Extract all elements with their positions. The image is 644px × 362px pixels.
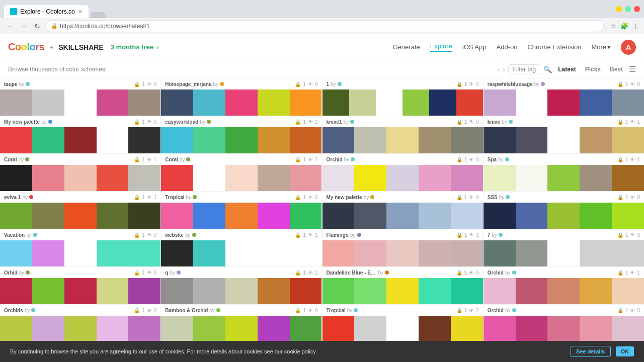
palette-name: SSS	[488, 195, 498, 200]
palette-card[interactable]: My new palette by 🔒1👁0	[323, 192, 483, 229]
color-swatch	[161, 127, 193, 153]
see-details-button[interactable]: See details	[571, 346, 610, 357]
palette-card[interactable]: Tropical by 🔒1👁0	[161, 192, 321, 229]
palette-card[interactable]: Flamingo by 🔒1👁1	[323, 229, 483, 266]
palette-card[interactable]: Coral by 🔒1👁2	[161, 154, 321, 191]
palette-by: by	[331, 81, 336, 87]
color-swatch	[225, 127, 258, 153]
palette-card[interactable]: Orchid by 🔒1👁1	[484, 267, 644, 304]
active-tab[interactable]: Explore - Coolors.co ✕	[4, 5, 89, 18]
reload-button[interactable]: ↻	[32, 21, 42, 31]
filter-tag-button[interactable]: Filter tag	[508, 64, 541, 74]
palette-card[interactable]: Orchid by 🔒1👁0	[484, 305, 644, 342]
url-field[interactable]: 🔒 https://coolors.co/browser/latest/1	[45, 20, 604, 32]
color-swatch	[323, 203, 355, 229]
nav-generate[interactable]: Generate	[393, 43, 420, 51]
palette-card[interactable]: 7 by 🔒1👁3	[484, 229, 644, 266]
palette-name: Flamingo	[327, 232, 349, 238]
palette-by: by	[19, 270, 25, 276]
user-dot	[512, 270, 516, 275]
nav-more[interactable]: More ▾	[591, 43, 611, 51]
color-swatch	[580, 240, 612, 266]
sub-header: Browse thousands of color schemes! ‹ › F…	[0, 60, 644, 78]
minimize-button[interactable]	[616, 6, 622, 12]
back-button[interactable]: ←	[4, 21, 15, 31]
palette-by: by	[200, 119, 205, 125]
color-swatch	[419, 165, 451, 191]
palette-card[interactable]: My new palette by 🔒1👁0	[0, 116, 160, 153]
palette-card[interactable]: kmxc by 🔒1👁1	[484, 116, 644, 153]
cookie-banner: By continuing to browse the site you are…	[0, 341, 644, 362]
ok-button[interactable]: OK	[616, 346, 634, 356]
color-swatch	[225, 203, 258, 229]
palette-card[interactable]: Spa by 🔒1👁1	[484, 154, 644, 191]
tab-favicon	[10, 8, 17, 15]
color-swatch	[580, 316, 612, 342]
palette-card[interactable]: kmxc1 by 🔒1👁0	[323, 116, 483, 153]
tab-latest[interactable]: Latest	[555, 65, 579, 74]
palette-card[interactable]: eviva 1 by 🔒1👁1	[0, 192, 160, 229]
color-swatch	[193, 165, 225, 191]
bookmark-icon[interactable]: ☆	[609, 22, 618, 31]
user-dot	[31, 308, 35, 312]
palette-card[interactable]: website by 🔒1👁1	[161, 229, 321, 266]
extension-icon[interactable]: 🧩	[620, 22, 629, 31]
tab-close-button[interactable]: ✕	[78, 9, 83, 15]
nav-addon[interactable]: Add-on	[497, 43, 518, 51]
nav-chrome[interactable]: Chrome Extension	[527, 43, 581, 51]
palette-card[interactable]: SSS by 🔒1👁0	[484, 192, 644, 229]
palette-card[interactable]: 1 by 🔒1👁0	[323, 78, 483, 116]
logo[interactable]: Coolors + SKILLSHARE 3 months free ›	[8, 41, 158, 53]
browser-tabs: Explore - Coolors.co ✕	[4, 0, 106, 18]
palette-card[interactable]: Orchids by 🔒1👁0	[0, 305, 160, 342]
user-dot	[370, 195, 374, 199]
menu-button[interactable]: ☰	[629, 64, 636, 74]
window-controls	[616, 6, 640, 12]
palette-name: Orchid	[327, 157, 343, 162]
palette-name: taupe	[4, 81, 18, 87]
palette-card[interactable]: Tropical by 🔒1👁2	[323, 305, 483, 342]
logo-text: Coolors	[8, 41, 44, 53]
palette-card[interactable]: Orchid by 🔒1👁0	[323, 154, 483, 191]
palette-by: by	[344, 157, 350, 162]
color-swatch	[451, 316, 483, 342]
maximize-button[interactable]	[625, 6, 631, 12]
palette-card[interactable]: Orhid by 🔒1👁0	[0, 267, 160, 304]
next-arrow[interactable]: ›	[503, 65, 505, 73]
color-swatch	[161, 165, 193, 191]
color-swatch	[547, 127, 580, 153]
palette-card[interactable]: Homepage_mirjana by 🔒1👁0	[161, 78, 321, 116]
palette-card[interactable]: easyworkload by 🔒1👁1	[161, 116, 321, 153]
tab-best[interactable]: Best	[607, 65, 626, 74]
user-dot	[354, 308, 358, 312]
palette-stats: 🔒1👁1	[617, 157, 640, 162]
palette-card[interactable]: raspwhitebluesage by 🔒1👁0	[484, 78, 644, 116]
user-dot	[193, 195, 197, 199]
palette-name: eviva 1	[4, 195, 21, 200]
nav-explore[interactable]: Explore	[430, 42, 452, 52]
color-swatch	[354, 278, 386, 304]
palette-name: kmxc1	[327, 119, 342, 125]
palette-card[interactable]: q by 🔒1👁2	[161, 267, 321, 304]
forward-button[interactable]: →	[18, 21, 29, 31]
color-swatch	[0, 240, 32, 266]
search-button[interactable]: 🔍	[543, 65, 552, 73]
settings-icon[interactable]: ⋮	[631, 22, 640, 31]
close-button[interactable]	[634, 6, 640, 12]
palette-stats: 🔒1👁0	[134, 232, 156, 238]
color-swatch	[547, 278, 580, 304]
user-dot	[512, 308, 516, 312]
promo-text[interactable]: 3 months free	[111, 43, 153, 51]
color-swatch	[547, 165, 580, 191]
palette-card[interactable]: Dandelion Blue - Energy by 🔒1👁5	[323, 267, 483, 304]
user-avatar[interactable]: A	[621, 40, 636, 55]
prev-arrow[interactable]: ‹	[497, 65, 500, 73]
palette-card[interactable]: Bamboo & Orchid by 🔒1👁0	[161, 305, 321, 342]
palette-card[interactable]: taupe by 🔒1👁0	[0, 78, 160, 116]
tab-picks[interactable]: Picks	[582, 65, 604, 74]
new-tab[interactable]	[91, 12, 106, 18]
nav-ios[interactable]: iOS App	[462, 43, 487, 51]
palette-by: by	[19, 81, 25, 87]
palette-card[interactable]: Coral by 🔒1👁1	[0, 154, 160, 191]
palette-card[interactable]: Vacation by 🔒1👁0	[0, 229, 160, 266]
